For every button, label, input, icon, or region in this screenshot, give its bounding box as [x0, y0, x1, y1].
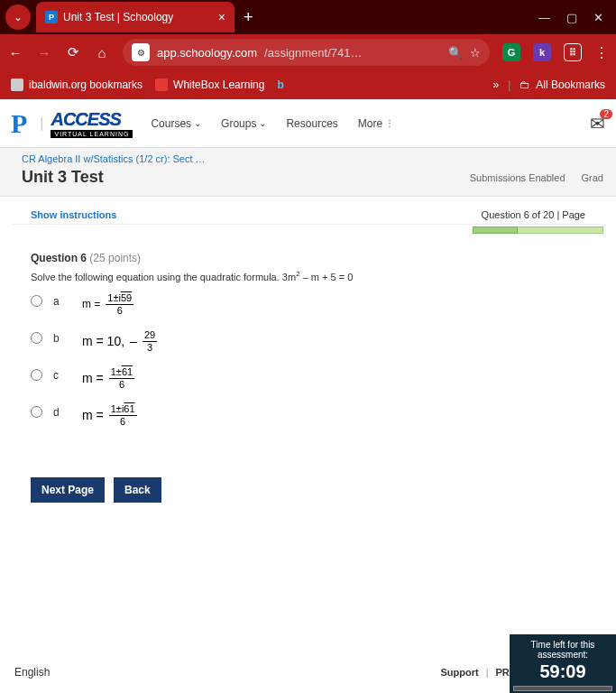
nav-courses[interactable]: Courses ⌄ — [151, 117, 201, 130]
breadcrumb[interactable]: CR Algebra II w/Statistics (1/2 cr): Sec… — [22, 153, 603, 164]
mail-icon[interactable]: ✉2 — [590, 113, 605, 134]
nav-groups[interactable]: Groups ⌄ — [221, 117, 266, 130]
browser-menu-icon[interactable]: ⋮ — [594, 44, 609, 61]
option-a[interactable]: a m = 1±i596 — [31, 293, 585, 316]
option-d[interactable]: d m = 1±i616 — [31, 404, 585, 427]
question-progress-label: Question 6 of 20 | Page — [482, 209, 585, 220]
radio-d[interactable] — [31, 406, 42, 418]
folder-icon — [11, 79, 23, 91]
bookmark-star-icon[interactable]: ☆ — [470, 46, 481, 60]
extensions-icon[interactable]: ⠿ — [564, 43, 582, 61]
tab-close-icon[interactable]: × — [218, 10, 225, 24]
nav-forward-icon[interactable]: → — [36, 45, 52, 60]
page-title: Unit 3 Test — [22, 168, 104, 187]
site-settings-icon[interactable]: ⚙ — [132, 43, 150, 61]
nav-home-icon[interactable]: ⌂ — [94, 45, 110, 60]
bookmarks-overflow-icon[interactable]: » — [493, 79, 500, 91]
bookmark-whitebox[interactable]: WhiteBox Learning — [155, 79, 264, 91]
nav-reload-icon[interactable]: ⟳ — [65, 44, 81, 60]
folder-icon: 🗀 — [519, 79, 530, 91]
timer-time: 59:09 — [513, 661, 612, 682]
option-b[interactable]: b m = 10,– 293 — [31, 330, 585, 353]
timer-scrollbar[interactable] — [513, 686, 612, 691]
window-close-icon[interactable]: ✕ — [593, 11, 603, 24]
footer-support[interactable]: Support — [440, 667, 478, 678]
extension-kami-icon[interactable]: k — [533, 43, 551, 61]
submissions-status: Submissions Enabled — [470, 172, 565, 183]
zoom-icon[interactable]: 🔍 — [448, 46, 463, 60]
window-minimize-icon[interactable]: — — [538, 11, 550, 24]
bookmark-label: All Bookmarks — [536, 79, 605, 91]
bookmark-bing[interactable]: b — [277, 79, 283, 91]
browser-tab[interactable]: P Unit 3 Test | Schoology × — [36, 2, 234, 32]
show-instructions-link[interactable]: Show instructions — [31, 209, 116, 220]
nav-back-icon[interactable]: ← — [7, 45, 23, 60]
url-host: app.schoology.com — [157, 46, 257, 60]
timer-label: Time left for this — [513, 640, 612, 650]
nav-resources[interactable]: Resources — [286, 117, 337, 130]
chevron-down-icon: ⌄ — [194, 118, 201, 128]
question-panel: Show instructions Question 6 of 20 | Pag… — [13, 197, 603, 530]
extension-grammarly-icon[interactable]: G — [502, 43, 520, 61]
radio-a[interactable] — [31, 295, 42, 307]
bookmark-label: WhiteBox Learning — [173, 79, 264, 91]
language-selector[interactable]: English — [14, 666, 50, 679]
whitebox-icon — [155, 79, 168, 91]
grades-link[interactable]: Grad — [582, 172, 603, 183]
nav-more[interactable]: More ⋮ — [358, 117, 394, 130]
radio-b[interactable] — [31, 332, 42, 344]
access-logo[interactable]: ACCESS VIRTUAL LEARNING — [51, 109, 133, 138]
back-button[interactable]: Back — [114, 477, 161, 503]
chevron-down-icon: ⌄ — [259, 118, 266, 128]
tab-search-button[interactable]: ⌄ — [5, 5, 31, 30]
radio-c[interactable] — [31, 369, 42, 381]
tab-favicon: P — [45, 11, 58, 23]
question-text: Solve the following equation using the q… — [13, 270, 603, 293]
timer-widget: Time left for this assessment: 59:09 — [510, 634, 616, 693]
powerschool-logo[interactable]: P — [11, 108, 27, 139]
bing-icon: b — [277, 79, 283, 91]
window-maximize-icon[interactable]: ▢ — [566, 11, 577, 24]
option-c[interactable]: c m = 1±616 — [31, 367, 585, 390]
question-points: (25 points) — [89, 252, 141, 264]
progress-bar — [473, 226, 603, 236]
mail-badge: 2 — [600, 109, 612, 119]
tab-title: Unit 3 Test | Schoology — [63, 11, 173, 23]
url-path: /assignment/741… — [264, 46, 362, 60]
address-bar[interactable]: ⚙ app.schoology.com/assignment/741… 🔍 ☆ — [123, 39, 490, 66]
new-tab-button[interactable]: + — [244, 8, 253, 27]
tab-strip: ⌄ P Unit 3 Test | Schoology × + — ▢ ✕ — [0, 0, 616, 34]
site-header: P | ACCESS VIRTUAL LEARNING Courses ⌄ Gr… — [0, 99, 616, 148]
next-page-button[interactable]: Next Page — [31, 477, 105, 503]
bookmark-ibaldwin[interactable]: ibaldwin.org bookmarks — [11, 79, 143, 91]
timer-label2: assessment: — [513, 650, 612, 660]
bookmark-label: ibaldwin.org bookmarks — [29, 79, 143, 91]
all-bookmarks[interactable]: 🗀All Bookmarks — [519, 79, 605, 91]
more-icon: ⋮ — [385, 118, 394, 128]
question-number: Question 6 — [31, 252, 87, 264]
